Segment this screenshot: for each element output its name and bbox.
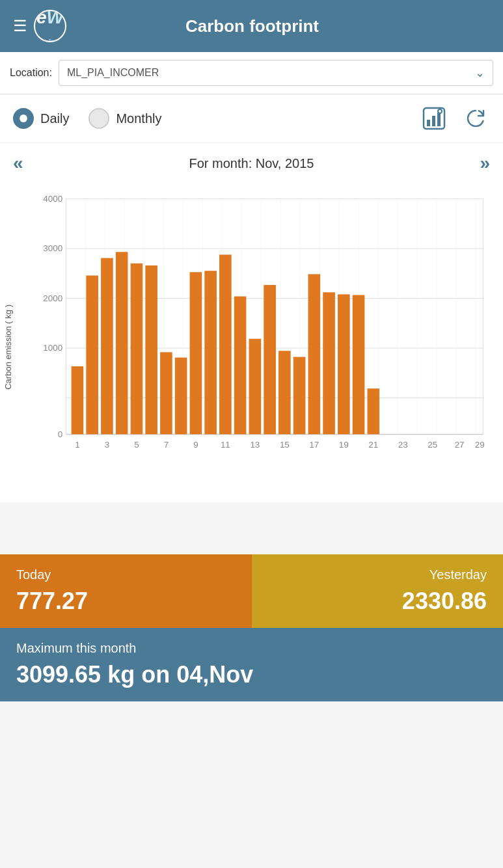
chart-area: Carbon emission ( kg ) 4000 3000 2000 10… [0, 177, 503, 496]
svg-text:4000: 4000 [43, 194, 62, 204]
daily-radio[interactable] [13, 108, 34, 129]
bar-day-1 [72, 366, 84, 434]
page-title: Carbon footprint [66, 16, 438, 36]
monthly-option[interactable]: Monthly [88, 108, 161, 129]
menu-icon[interactable]: ☰ [13, 17, 27, 35]
bar-day-3 [101, 258, 113, 435]
chart-icon [422, 107, 446, 130]
svg-text:13: 13 [250, 440, 260, 450]
bar-day-18 [323, 292, 335, 434]
dropdown-arrow-icon: ⌄ [475, 66, 485, 80]
location-value: ML_PIA_INCOMER [67, 67, 159, 79]
svg-text:1000: 1000 [43, 343, 62, 353]
header: ☰ e W Online Carbon footprint [0, 0, 503, 52]
svg-rect-3 [437, 113, 441, 126]
svg-point-5 [439, 110, 441, 113]
refresh-icon [464, 107, 487, 130]
refresh-button[interactable] [461, 104, 490, 133]
bar-day-10 [204, 271, 217, 434]
logo-e: e [36, 10, 47, 28]
bar-day-12 [234, 296, 247, 434]
prev-button[interactable]: « [13, 153, 23, 174]
svg-text:0: 0 [58, 429, 62, 439]
svg-text:11: 11 [221, 440, 230, 450]
today-card: Today 777.27 [0, 554, 252, 628]
chart-nav: « For month: Nov, 2015 » [0, 150, 503, 177]
today-value: 777.27 [16, 588, 236, 615]
location-dropdown[interactable]: ML_PIA_INCOMER ⌄ [59, 60, 493, 86]
svg-rect-2 [432, 116, 435, 126]
svg-text:17: 17 [309, 440, 319, 450]
bar-day-2 [86, 275, 98, 434]
svg-text:15: 15 [280, 440, 290, 450]
svg-text:23: 23 [398, 440, 408, 450]
bar-day-17 [308, 274, 321, 434]
location-row: Location: ML_PIA_INCOMER ⌄ [0, 52, 503, 94]
svg-text:5: 5 [134, 440, 139, 450]
svg-text:3: 3 [105, 440, 109, 450]
svg-rect-1 [427, 120, 430, 126]
bar-chart: 4000 3000 2000 1000 0 [39, 183, 496, 470]
location-label: Location: [10, 67, 52, 79]
bar-day-8 [175, 358, 187, 435]
svg-text:1: 1 [75, 440, 79, 450]
max-label: Maximum this month [16, 641, 487, 656]
toolbar-icons [420, 104, 490, 133]
stats-section: Today 777.27 Yesterday 2330.86 Maximum t… [0, 554, 503, 701]
radio-row: Daily Monthly [0, 94, 503, 143]
chart-period-title: For month: Nov, 2015 [189, 156, 314, 171]
svg-text:29: 29 [475, 440, 485, 450]
max-card: Maximum this month 3099.65 kg on 04,Nov [0, 628, 503, 701]
bar-day-13 [249, 339, 262, 435]
bar-day-4 [116, 252, 128, 434]
bar-day-14 [264, 285, 276, 435]
yesterday-card: Yesterday 2330.86 [252, 554, 504, 628]
bar-day-7 [160, 352, 172, 434]
svg-text:19: 19 [339, 440, 349, 450]
svg-text:27: 27 [455, 440, 465, 450]
daily-label: Daily [40, 111, 69, 126]
logo-w: W [47, 10, 64, 28]
svg-text:9: 9 [193, 440, 198, 450]
y-axis-label: Carbon emission ( kg ) [3, 305, 13, 390]
bar-day-11 [219, 254, 232, 434]
svg-text:25: 25 [428, 440, 437, 450]
bar-day-6 [145, 265, 157, 434]
max-value: 3099.65 kg on 04,Nov [16, 661, 487, 688]
svg-text:7: 7 [164, 440, 169, 450]
svg-text:2000: 2000 [43, 293, 62, 303]
bar-day-21 [368, 388, 380, 434]
next-button[interactable]: » [480, 153, 490, 174]
bar-day-15 [279, 351, 291, 434]
monthly-radio[interactable] [88, 108, 109, 129]
bar-day-9 [190, 272, 202, 434]
header-left: ☰ e W Online [13, 10, 66, 42]
svg-text:3000: 3000 [43, 243, 62, 253]
today-label: Today [16, 567, 236, 582]
chart-view-button[interactable] [420, 104, 448, 133]
monthly-label: Monthly [116, 111, 161, 126]
yesterday-value: 2330.86 [268, 588, 487, 615]
logo-online: Online [41, 38, 58, 42]
stats-row: Today 777.27 Yesterday 2330.86 [0, 554, 503, 628]
bar-day-20 [353, 295, 365, 434]
daily-option[interactable]: Daily [13, 108, 69, 129]
bar-day-5 [131, 264, 143, 435]
yesterday-label: Yesterday [268, 567, 487, 582]
svg-text:21: 21 [368, 440, 378, 450]
chart-container: « For month: Nov, 2015 » Carbon emission… [0, 143, 503, 502]
bar-day-16 [293, 357, 306, 435]
bar-day-19 [338, 294, 350, 434]
logo: e W Online [34, 10, 66, 42]
